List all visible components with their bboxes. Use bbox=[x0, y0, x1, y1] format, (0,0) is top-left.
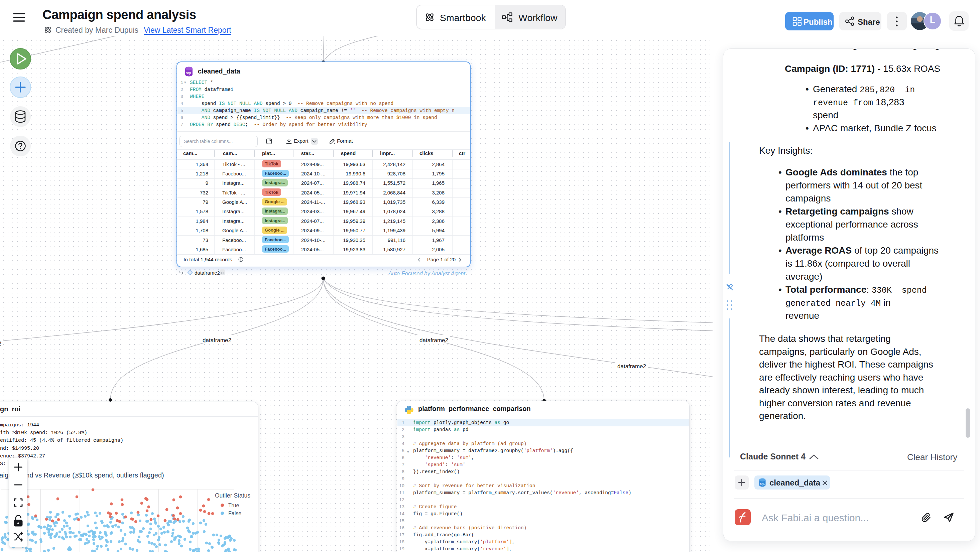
svg-text:dataframe2: dataframe2 bbox=[617, 363, 646, 369]
svg-text:False: False bbox=[228, 511, 241, 516]
svg-text:Outlier Status: Outlier Status bbox=[215, 492, 250, 499]
svg-text:True: True bbox=[228, 503, 239, 508]
svg-text:SQL: SQL bbox=[760, 482, 765, 485]
svg-text:dataframe2: dataframe2 bbox=[420, 337, 448, 344]
